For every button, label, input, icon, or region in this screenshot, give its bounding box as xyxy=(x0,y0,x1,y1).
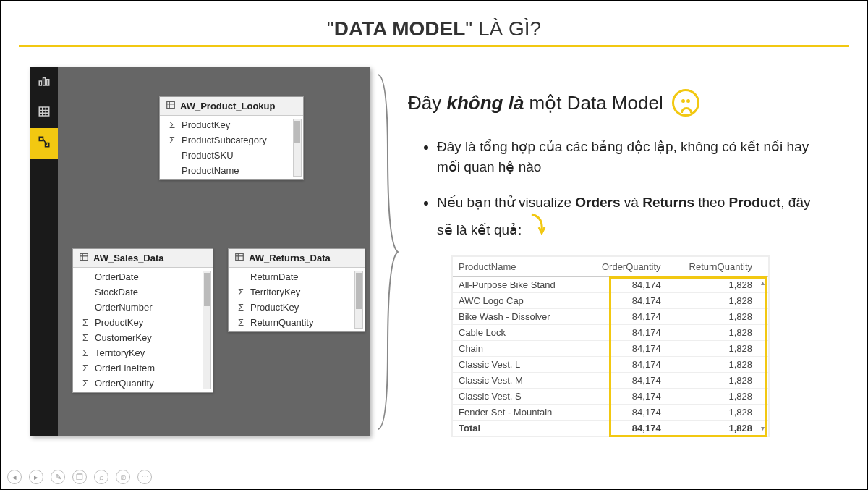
model-view-button[interactable] xyxy=(30,128,58,159)
slides-button[interactable]: ❐ xyxy=(72,470,87,484)
field-row[interactable]: OrderNumber xyxy=(73,300,213,315)
table-card-returns[interactable]: AW_Returns_Data ReturnDateΣTerritoryKeyΣ… xyxy=(228,248,365,332)
data-view-button[interactable] xyxy=(30,98,58,128)
table-row[interactable]: Fender Set - Mountain84,1741,828 xyxy=(453,405,768,421)
table-row[interactable]: All-Purpose Bike Stand84,1741,828 xyxy=(453,277,768,293)
field-row[interactable]: ProductName xyxy=(160,163,303,178)
table-name: AW_Sales_Data xyxy=(93,253,164,263)
field-label: ProductSKU xyxy=(182,150,234,161)
sigma-icon: Σ xyxy=(236,302,246,313)
table-card-sales[interactable]: AW_Sales_Data OrderDateStockDateOrderNum… xyxy=(72,248,213,393)
table-total-row: Total84,1741,828 xyxy=(453,421,768,436)
svg-rect-8 xyxy=(39,137,43,140)
table-row[interactable]: Classic Vest, L84,1741,828 xyxy=(453,357,768,373)
next-slide-button[interactable]: ▸ xyxy=(29,470,43,484)
field-row[interactable]: ΣProductKey xyxy=(73,315,213,330)
cell-name: Bike Wash - Dissolver xyxy=(453,309,582,325)
cell-return: 1,828 xyxy=(667,421,768,436)
headline: Đây không là một Data Model xyxy=(408,89,838,117)
more-button[interactable]: ⋯ xyxy=(137,470,152,484)
model-canvas[interactable]: AW_Product_Lookup ΣProductKeyΣProductSub… xyxy=(58,67,370,436)
slide: "DATA MODEL" LÀ GÌ? xyxy=(0,0,868,490)
sigma-icon: Σ xyxy=(167,135,177,145)
table-row[interactable]: Bike Wash - Dissolver84,1741,828 xyxy=(453,309,768,325)
cell-return: 1,828 xyxy=(667,277,768,293)
sigma-icon: Σ xyxy=(80,363,90,373)
field-row[interactable]: StockDate xyxy=(73,284,213,300)
field-label: TerritoryKey xyxy=(250,287,300,297)
svg-rect-0 xyxy=(39,81,41,85)
table-header[interactable]: AW_Sales_Data xyxy=(73,249,213,268)
svg-rect-3 xyxy=(39,107,49,116)
cell-order: 84,174 xyxy=(582,389,667,405)
relationship-icon xyxy=(38,135,51,151)
field-row[interactable]: ΣTerritoryKey xyxy=(229,284,365,300)
scroll-up-icon[interactable]: ▴ xyxy=(758,279,767,287)
sigma-icon: Σ xyxy=(236,287,246,297)
field-row[interactable]: ΣTerritoryKey xyxy=(73,345,213,360)
headline-emphasis: không là xyxy=(446,92,524,114)
headline-text: Đây xyxy=(408,92,446,114)
table-card-product[interactable]: AW_Product_Lookup ΣProductKeyΣProductSub… xyxy=(159,96,304,180)
field-label: OrderLineItem xyxy=(95,363,155,373)
cell-order: 84,174 xyxy=(582,277,667,293)
col-header-return[interactable]: ReturnQuantity xyxy=(667,257,768,277)
bullet-text: và xyxy=(621,195,643,210)
bullet-text: Đây là tổng hợp của các bảng độc lập, kh… xyxy=(437,139,809,174)
table-header[interactable]: AW_Returns_Data xyxy=(229,249,365,268)
cell-return: 1,828 xyxy=(667,341,768,357)
cell-return: 1,828 xyxy=(667,405,768,421)
cell-return: 1,828 xyxy=(667,389,768,405)
scrollbar[interactable] xyxy=(354,271,363,329)
col-header-name[interactable]: ProductName xyxy=(453,257,582,277)
cell-order: 84,174 xyxy=(582,421,667,436)
report-view-button[interactable] xyxy=(30,67,58,98)
content-row: AW_Product_Lookup ΣProductKeyΣProductSub… xyxy=(1,53,867,437)
table-icon xyxy=(38,105,51,121)
cell-name: Classic Vest, L xyxy=(453,357,582,373)
field-row[interactable]: OrderDate xyxy=(73,269,213,284)
field-row[interactable]: ProductSKU xyxy=(160,148,303,163)
field-label: ReturnDate xyxy=(250,271,298,282)
table-header[interactable]: AW_Product_Lookup xyxy=(160,97,303,116)
cell-return: 1,828 xyxy=(667,373,768,389)
cell-order: 84,174 xyxy=(582,341,667,357)
cell-order: 84,174 xyxy=(582,309,667,325)
field-list: ΣProductKeyΣProductSubcategoryProductSKU… xyxy=(160,116,303,179)
svg-rect-11 xyxy=(167,101,175,108)
table-row[interactable]: Chain84,1741,828 xyxy=(453,341,768,357)
field-row[interactable]: ΣOrderLineItem xyxy=(73,360,213,376)
field-row[interactable]: ΣCustomerKey xyxy=(73,330,213,345)
pen-button[interactable]: ✎ xyxy=(51,470,65,484)
bullet-bold: Returns xyxy=(642,195,694,210)
cell-name: Fender Set - Mountain xyxy=(453,405,582,421)
table-name: AW_Returns_Data xyxy=(249,253,331,263)
field-row[interactable]: ΣReturnQuantity xyxy=(229,315,365,330)
field-row[interactable]: ΣProductKey xyxy=(229,300,365,315)
table-row[interactable]: AWC Logo Cap84,1741,828 xyxy=(453,293,768,309)
field-label: TerritoryKey xyxy=(95,347,145,358)
scrollbar[interactable] xyxy=(293,119,302,177)
zoom-button[interactable]: ⌕ xyxy=(94,470,109,484)
field-row[interactable]: ΣOrderQuantity xyxy=(73,376,213,391)
field-row[interactable]: ReturnDate xyxy=(229,269,365,284)
table-row[interactable]: Cable Lock84,1741,828 xyxy=(453,325,768,341)
scrollbar[interactable] xyxy=(203,271,211,389)
cell-order: 84,174 xyxy=(582,373,667,389)
svg-rect-17 xyxy=(236,253,244,260)
table-row[interactable]: Classic Vest, S84,1741,828 xyxy=(453,389,768,405)
field-label: CustomerKey xyxy=(95,332,152,343)
scroll-down-icon[interactable]: ▾ xyxy=(758,424,767,433)
cell-order: 84,174 xyxy=(582,293,667,309)
curly-brace-icon xyxy=(375,67,396,436)
cell-name: AWC Logo Cap xyxy=(453,293,582,309)
caption-button[interactable]: ⎚ xyxy=(116,470,130,484)
scrollbar[interactable]: ▴ ▾ xyxy=(758,279,767,433)
svg-rect-1 xyxy=(43,78,46,86)
col-header-order[interactable]: OrderQuantity xyxy=(582,257,667,277)
table-row[interactable]: Classic Vest, M84,1741,828 xyxy=(453,373,768,389)
svg-rect-14 xyxy=(80,253,88,260)
field-row[interactable]: ΣProductSubcategory xyxy=(160,132,303,148)
prev-slide-button[interactable]: ◂ xyxy=(7,470,22,484)
field-row[interactable]: ΣProductKey xyxy=(160,117,303,132)
